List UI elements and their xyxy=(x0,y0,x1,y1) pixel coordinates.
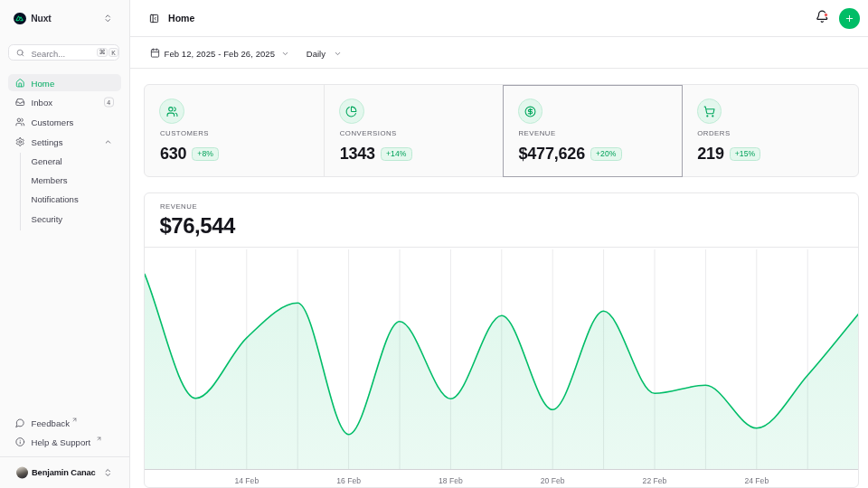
svg-text:20 Feb: 20 Feb xyxy=(541,476,565,485)
svg-text:24 Feb: 24 Feb xyxy=(745,476,769,485)
svg-text:18 Feb: 18 Feb xyxy=(439,476,463,485)
svg-text:22 Feb: 22 Feb xyxy=(643,476,667,485)
svg-text:16 Feb: 16 Feb xyxy=(337,476,362,485)
svg-text:14 Feb: 14 Feb xyxy=(235,476,259,485)
